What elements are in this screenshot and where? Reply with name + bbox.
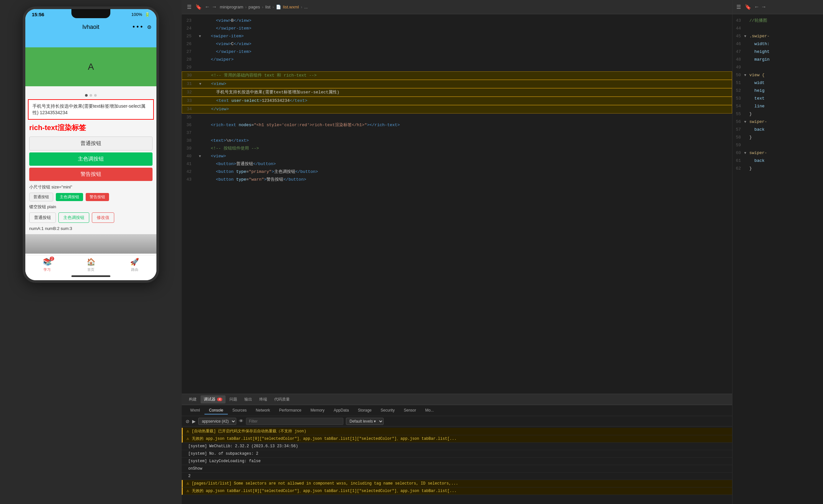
menu-icon[interactable]: ☰	[187, 4, 191, 10]
tab-terminal[interactable]: 终端	[256, 395, 270, 404]
line-gutter-40: ▼	[197, 153, 203, 160]
phone-btn-warn[interactable]: 警告按钮	[29, 168, 153, 181]
right-back-btn[interactable]: ←	[755, 4, 759, 10]
tab-appdata[interactable]: AppData	[329, 407, 353, 415]
swiper-dots	[25, 93, 156, 98]
tab-wxml[interactable]: Wxml	[186, 407, 204, 415]
right-lnum-55: 55	[732, 110, 744, 118]
warn-icon-8: ⚠	[187, 488, 189, 494]
tab-more[interactable]: Mo...	[421, 407, 439, 415]
editor-area[interactable]: 23 <view>B</view> 24 </swiper-item> 25 ▼…	[182, 14, 732, 394]
tab-code-quality[interactable]: 代码质量	[271, 395, 293, 404]
mini-btn-primary[interactable]: 主色调按钮	[56, 193, 83, 201]
devtools-panel: 构建 调试器 4 问题 输出 终端 代码质量	[182, 394, 732, 504]
tab-memory[interactable]: Memory	[306, 407, 329, 415]
right-lgutter-62	[744, 165, 749, 172]
right-lnum-44: 44	[732, 25, 744, 32]
right-menu-icon[interactable]: ☰	[736, 4, 741, 10]
line-content-43: <button type="warn">警告按钮</button>	[203, 176, 732, 183]
bookmark-icon[interactable]: 🔖	[195, 4, 202, 10]
right-css-panel: ☰ 🔖 ← → 43 //轮播图 44	[732, 0, 823, 504]
default-levels-select[interactable]: Default levels ▾	[346, 418, 383, 425]
right-lgutter-47	[744, 48, 749, 55]
code-line-37: 37	[182, 129, 732, 137]
appservice-select[interactable]: appservice (#2)	[198, 418, 236, 425]
line-num-37: 37	[182, 130, 197, 137]
right-editor-area[interactable]: 43 //轮播图 44 45 ▼ .swiper-	[732, 14, 823, 504]
line-num-31: 31	[182, 80, 197, 87]
tab-sources[interactable]: Sources	[228, 407, 251, 415]
right-line-47: 47 height	[732, 48, 823, 56]
code-line-31: 31 ▼ <view>	[182, 80, 732, 88]
right-line-56: 56 ▼ swiper-	[732, 118, 823, 126]
console-line-4: [system] LazyCodeLoading: false	[182, 458, 732, 465]
plain-btn-normal[interactable]: 普通按钮	[29, 212, 56, 223]
more-icon[interactable]: •••	[132, 23, 143, 31]
right-lgutter-57	[744, 126, 749, 133]
right-bookmark-icon[interactable]: 🔖	[745, 4, 751, 10]
warn-icon-0: ⚠	[187, 429, 189, 434]
tab-security[interactable]: Security	[376, 407, 399, 415]
right-lcontent-52: heig	[749, 87, 823, 94]
code-line-27: 27 </swiper-item>	[182, 48, 732, 56]
console-filter-input[interactable]	[246, 418, 343, 425]
tab-debugger[interactable]: 调试器 4	[200, 395, 225, 404]
phone-frame: 15:56 100% 🔋 lvhaoit ••• ⊙	[23, 6, 159, 283]
line-gutter-25: ▼	[197, 33, 203, 40]
camera-icon[interactable]: ⊙	[147, 23, 151, 31]
phone-status-right: 100% 🔋	[132, 12, 150, 17]
right-lgutter-48	[744, 56, 749, 63]
right-lgutter-51	[744, 79, 749, 86]
phone-tab-route[interactable]: 🚀 路由	[113, 258, 156, 272]
console-play-btn[interactable]: ▶	[192, 419, 196, 424]
right-lnum-47: 47	[732, 48, 744, 55]
line-content-28: </swiper>	[203, 56, 732, 63]
plain-btn-primary[interactable]: 主色调按钮	[58, 212, 89, 223]
right-lnum-60: 60	[732, 150, 744, 157]
line-gutter-31: ▼	[197, 80, 203, 87]
console-line-2: [system] WeChatLib: 2.32.2 (2023.6.13 23…	[182, 443, 732, 450]
tab-console[interactable]: Console	[204, 407, 228, 415]
eye-icon[interactable]: 👁	[239, 419, 243, 424]
right-lcontent-44	[749, 25, 823, 32]
right-lnum-57: 57	[732, 126, 744, 133]
phone-btn-normal[interactable]: 普通按钮	[29, 137, 153, 151]
code-line-25: 25 ▼ <swiper-item>	[182, 32, 732, 40]
right-lnum-53: 53	[732, 95, 744, 102]
back-arrow-btn[interactable]: ←	[206, 4, 209, 10]
right-forward-btn[interactable]: →	[762, 4, 766, 10]
line-num-25: 25	[182, 33, 197, 40]
swiper-label-a: A	[88, 62, 94, 72]
line-content-42: <button type="primary">主色调按钮</button>	[203, 168, 732, 176]
tab-build[interactable]: 构建	[186, 395, 200, 404]
tab-sensor[interactable]: Sensor	[399, 407, 421, 415]
right-lcontent-45: .swiper-	[749, 33, 823, 40]
phone-notch	[71, 9, 110, 18]
forward-arrow-btn[interactable]: →	[213, 4, 216, 10]
tab-network[interactable]: Network	[251, 407, 275, 415]
tab-output[interactable]: 输出	[241, 395, 256, 404]
console-line-7: ⚠ [pages/list/list] Some selectors are n…	[182, 480, 732, 487]
phone-tab-xuex[interactable]: 📚 2 学习	[25, 258, 69, 272]
console-output[interactable]: ⚠ [自动热重载] 已开启代码文件保存后自动热重载（不支持 json) ⚠ 无效…	[182, 427, 732, 504]
phone-tab-home[interactable]: 🏠 首页	[69, 258, 113, 272]
mini-btn-normal[interactable]: 普通按钮	[29, 193, 53, 201]
code-line-24: 24 </swiper-item>	[182, 25, 732, 32]
swiper-item-blue	[25, 34, 156, 47]
console-clear-btn[interactable]: ⊘	[186, 419, 189, 424]
phone-simulator-panel: 15:56 100% 🔋 lvhaoit ••• ⊙	[0, 0, 182, 504]
tab-issues[interactable]: 问题	[226, 395, 240, 404]
devtools-panel-tabs-row: Wxml Console Sources Network Performance…	[182, 405, 732, 416]
breadcrumb-sep2: ›	[262, 5, 263, 9]
code-line-36: 36 <rich-text nodes="<h1 style='color:re…	[182, 121, 732, 129]
mini-btn-warn[interactable]: 警告按钮	[86, 193, 109, 201]
tab-performance[interactable]: Performance	[275, 407, 306, 415]
debugger-badge: 4	[217, 398, 222, 401]
tab-storage[interactable]: Storage	[353, 407, 376, 415]
console-line-8: ⚠ 无效的 app.json tabBar.list[0]["selectedC…	[182, 487, 732, 495]
plain-btn-modify[interactable]: 修改值	[92, 212, 114, 223]
right-lnum-59: 59	[732, 142, 744, 149]
phone-btn-primary[interactable]: 主色调按钮	[29, 153, 153, 166]
right-lgutter-53	[744, 95, 749, 102]
right-lgutter-50: ▼	[744, 72, 749, 79]
